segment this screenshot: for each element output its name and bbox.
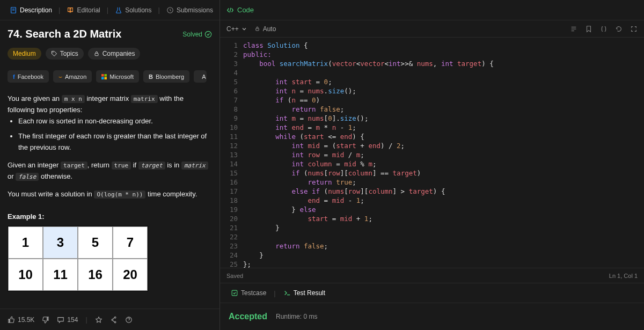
example-label: Example 1: — [8, 212, 212, 221]
company-chip-microsoft[interactable]: Microsoft — [96, 70, 139, 83]
code-content: class Solution { public: bool searchMatr… — [243, 41, 494, 268]
code-header: Code — [220, 0, 644, 20]
solved-badge: Solved — [182, 31, 212, 38]
svg-rect-10 — [105, 77, 107, 79]
companies-button[interactable]: Companies — [88, 48, 141, 60]
result-row: Accepted Runtime: 0 ms — [220, 303, 644, 330]
line-gutter: 1234567891011121314151617181920212223242… — [220, 41, 243, 268]
matrix-cell: 5 — [78, 226, 113, 259]
tab-label: Description — [20, 6, 52, 14]
problem-footer: 15.5K 154 | — [0, 309, 219, 330]
lock-icon — [254, 26, 260, 32]
results-tabs: Testcase | Test Result — [220, 283, 644, 303]
tab-label: Editorial — [77, 6, 100, 14]
code-toolbar: C++ Auto — [220, 20, 644, 38]
share-icon — [110, 316, 118, 324]
tab-label: Solutions — [125, 6, 151, 14]
company-chip-bloomberg[interactable]: B Bloomberg — [143, 70, 189, 83]
bloomberg-icon: B — [149, 74, 153, 80]
problem-content: 74. Search a 2D Matrix Solved Medium Top… — [0, 20, 219, 309]
tab-separator: | — [107, 6, 108, 14]
editor-footer: Saved Ln 1, Col 1 — [220, 268, 644, 283]
runtime-label: Runtime: 0 ms — [276, 313, 317, 320]
auto-button[interactable]: Auto — [254, 25, 276, 33]
share-button[interactable] — [110, 316, 118, 324]
tab-solutions[interactable]: Solutions — [111, 3, 156, 17]
flask-icon — [115, 6, 122, 14]
svg-point-11 — [114, 317, 116, 318]
example-matrix: 1 3 5 7 10 11 16 20 — [8, 226, 148, 291]
svg-rect-6 — [95, 53, 98, 56]
tab-label: Submissions — [177, 6, 213, 14]
thumbs-down-icon — [42, 316, 49, 324]
dislike-button[interactable] — [42, 316, 49, 324]
company-chip-more[interactable]: A — [194, 70, 207, 83]
matrix-cell: 11 — [43, 259, 78, 291]
list-item: The first integer of each row is greater… — [18, 131, 212, 153]
accepted-label: Accepted — [229, 312, 267, 321]
tab-testcase[interactable]: Testcase — [226, 286, 270, 300]
star-button[interactable] — [95, 316, 103, 324]
matrix-cell: 16 — [78, 259, 113, 291]
tab-editorial[interactable]: Editorial — [62, 3, 104, 17]
tag-icon — [51, 50, 57, 57]
lock-icon — [93, 50, 100, 57]
question-icon — [125, 316, 133, 324]
difficulty-badge: Medium — [8, 48, 41, 60]
problem-paragraph: You must write a solution in O(log(m * n… — [8, 189, 212, 200]
check-square-icon — [231, 289, 238, 297]
bookmark-icon[interactable] — [585, 25, 592, 33]
clock-icon — [166, 6, 174, 14]
problem-properties-list: Each row is sorted in non-decreasing ord… — [8, 116, 212, 153]
company-chip-facebook[interactable]: f Facebook — [8, 70, 49, 83]
feedback-button[interactable] — [125, 316, 133, 324]
svg-point-5 — [53, 52, 54, 53]
saved-status: Saved — [226, 273, 243, 279]
terminal-icon — [283, 289, 291, 297]
tab-test-result[interactable]: Test Result — [279, 286, 330, 300]
cursor-position: Ln 1, Col 1 — [609, 273, 638, 279]
topics-button[interactable]: Topics — [46, 48, 84, 60]
matrix-cell: 20 — [113, 259, 148, 291]
check-circle-icon — [204, 31, 212, 38]
amazon-icon: ⌣ — [58, 73, 62, 80]
tab-separator: | — [58, 6, 60, 14]
svg-rect-19 — [232, 290, 237, 296]
company-chip-amazon[interactable]: ⌣ Amazon — [53, 70, 92, 83]
code-editor[interactable]: 1234567891011121314151617181920212223242… — [220, 38, 644, 268]
problem-title: 74. Search a 2D Matrix — [8, 28, 121, 40]
braces-icon[interactable] — [600, 25, 608, 33]
svg-point-4 — [205, 31, 211, 37]
problem-paragraph: You are given an m x n integer matrix ma… — [8, 93, 212, 116]
chevron-down-icon — [241, 26, 247, 32]
matrix-cell: 10 — [8, 259, 43, 291]
book-icon — [67, 6, 74, 14]
problem-tabs: Description | Editorial | Solutions | Su… — [0, 0, 219, 20]
microsoft-icon — [101, 74, 107, 79]
svg-rect-8 — [105, 74, 107, 77]
svg-rect-15 — [255, 28, 259, 31]
reset-icon[interactable] — [615, 25, 623, 33]
doc-icon — [10, 6, 17, 14]
language-selector[interactable]: C++ — [226, 25, 247, 33]
thumbs-up-icon — [8, 316, 15, 324]
comments-button[interactable]: 154 — [57, 316, 78, 324]
list-item: Each row is sorted in non-decreasing ord… — [18, 116, 212, 127]
svg-rect-7 — [101, 74, 104, 77]
svg-point-13 — [114, 321, 116, 323]
comment-icon — [57, 316, 64, 324]
svg-point-12 — [112, 319, 113, 320]
matrix-cell: 3 — [43, 226, 78, 259]
tab-description[interactable]: Description — [5, 3, 56, 17]
like-button[interactable]: 15.5K — [8, 316, 34, 324]
tab-submissions[interactable]: Submissions — [162, 3, 217, 17]
fullscreen-icon[interactable] — [630, 25, 638, 33]
matrix-cell: 1 — [8, 226, 43, 259]
format-icon[interactable] — [570, 25, 577, 33]
problem-paragraph: Given an integer target, return true if … — [8, 160, 212, 182]
code-icon — [226, 6, 234, 14]
matrix-cell: 7 — [113, 226, 148, 259]
svg-rect-9 — [101, 77, 104, 79]
facebook-icon: f — [13, 74, 15, 80]
code-title: Code — [226, 6, 254, 14]
